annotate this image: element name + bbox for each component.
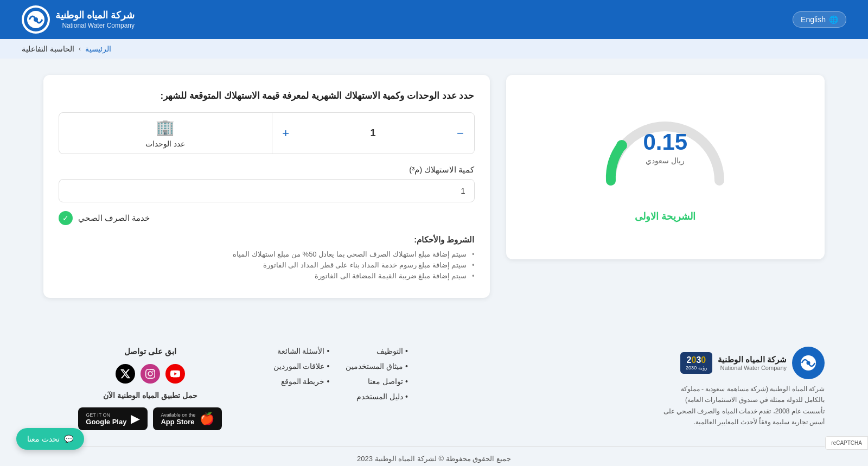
google-play-button[interactable]: ▶ GET IT ON Google Play xyxy=(78,407,148,430)
google-play-icon: ▶ xyxy=(131,412,140,426)
footer: شركة المياه الوطنية National Water Compa… xyxy=(0,325,868,466)
units-label: عدد الوحدات xyxy=(145,139,185,148)
footer-links-col1: التوظيف ميثاق المستخدمين تواصل معنا دليل… xyxy=(346,347,408,401)
building-icon: 🏢 xyxy=(156,118,175,136)
footer-company-name-ar: شركة المياه الوطنية xyxy=(718,355,787,365)
copyright-text: جميع الحقوق محفوظة © لشركة المياه الوطني… xyxy=(357,455,511,463)
units-stepper: − 1 + xyxy=(272,118,474,149)
footer-contact-title: ابق على تواصل xyxy=(124,347,176,356)
apple-icon: 🍎 xyxy=(200,412,214,426)
app-store-sub: Available on the xyxy=(161,412,195,418)
terms-item-1: سيتم إضافة مبلغ استهلاك الصرف الصحي بما … xyxy=(59,250,475,258)
main-content: 0.15 ريال سعودي الشريحة الاولى حدد عدد ا… xyxy=(0,59,868,314)
footer-link-suppliers[interactable]: علاقات الموردين xyxy=(273,362,330,371)
header: 🌐 English شركة المياه الوطنية National W… xyxy=(0,0,868,39)
twitter-button[interactable] xyxy=(116,364,135,384)
gauge-card: 0.15 ريال سعودي الشريحة الاولى xyxy=(506,75,825,259)
youtube-button[interactable] xyxy=(165,364,185,384)
sanitation-row: خدمة الصرف الصحي ✓ xyxy=(59,211,475,225)
company-name-english: National Water Company xyxy=(55,22,135,30)
google-play-sub: GET IT ON xyxy=(86,412,126,418)
breadcrumb-separator: › xyxy=(79,45,81,53)
company-logo: شركة المياه الوطنية National Water Compa… xyxy=(22,5,135,34)
terms-item-3: سيتم إضافة مبلغ ضريبة القيمة المضافة الى… xyxy=(59,272,475,280)
chat-button[interactable]: 💬 تحدث معنا xyxy=(16,428,84,450)
gauge-value: 0.15 ريال سعودي xyxy=(595,129,736,165)
units-label-block: 🏢 عدد الوحدات xyxy=(59,113,272,154)
app-store-label: App Store xyxy=(161,418,195,426)
footer-top: شركة المياه الوطنية National Water Compa… xyxy=(43,347,825,430)
terms-title: الشروط والأحكام: xyxy=(59,235,475,245)
breadcrumb-home[interactable]: الرئيسية xyxy=(85,44,111,53)
gauge-tier-label: الشريحة الاولى xyxy=(635,210,695,222)
gauge-container: 0.15 ريال سعودي xyxy=(595,97,736,194)
chat-label: تحدث معنا xyxy=(27,435,60,443)
google-play-label: Google Play xyxy=(86,418,126,426)
recaptcha-label: reCAPTCHA xyxy=(831,440,862,446)
consumption-label: كمية الاستهلاك (م³) xyxy=(59,165,475,175)
language-button[interactable]: 🌐 English xyxy=(793,11,846,28)
footer-link-faq[interactable]: الأسئلة الشائعة xyxy=(273,347,330,355)
footer-company-name-en: National Water Company xyxy=(718,365,787,371)
language-label: English xyxy=(801,15,826,24)
terms-list: سيتم إضافة مبلغ استهلاك الصرف الصحي بما … xyxy=(59,250,475,280)
logo-circle xyxy=(22,5,50,34)
footer-contact: ابق على تواصل حمل تطبيق المياه الوطنية ا… xyxy=(43,347,257,430)
footer-bottom: جميع الحقوق محفوظة © لشركة المياه الوطني… xyxy=(43,446,825,463)
minus-button[interactable]: − xyxy=(447,118,474,149)
units-value: 1 xyxy=(299,127,447,139)
plus-button[interactable]: + xyxy=(272,118,299,149)
company-name-arabic: شركة المياه الوطنية xyxy=(55,9,135,22)
breadcrumb: الرئيسية › الحاسبة التفاعلية xyxy=(0,39,868,59)
app-download-title: حمل تطبيق المياه الوطنية الآن xyxy=(103,391,197,400)
units-row: − 1 + 🏢 عدد الوحدات xyxy=(59,112,475,154)
gauge-number: 0.15 xyxy=(643,129,687,155)
calculator-panel: حدد عدد الوحدات وكمية الاستهلاك الشهرية … xyxy=(43,75,490,298)
globe-icon: 🌐 xyxy=(829,15,838,24)
footer-link-sitemap[interactable]: خريطة الموقع xyxy=(273,377,330,386)
footer-logo xyxy=(792,347,825,379)
footer-links-col2: الأسئلة الشائعة علاقات الموردين خريطة ال… xyxy=(273,347,330,386)
footer-description: شركة المياه الوطنية (شركة مساهمة سعودية … xyxy=(662,384,825,428)
sanitation-check-icon: ✓ xyxy=(59,211,73,225)
instagram-button[interactable] xyxy=(141,364,160,384)
breadcrumb-current: الحاسبة التفاعلية xyxy=(22,44,74,53)
consumption-input[interactable] xyxy=(59,179,475,202)
chat-icon: 💬 xyxy=(64,435,73,443)
vision-badge: 2030 رؤية 2030 xyxy=(680,352,712,374)
sanitation-label: خدمة الصرف الصحي xyxy=(78,213,150,223)
app-buttons: 🍎 Available on the App Store ▶ GET IT ON… xyxy=(78,407,222,430)
footer-link-charter[interactable]: ميثاق المستخدمين xyxy=(346,362,408,371)
svg-point-2 xyxy=(34,17,38,22)
footer-link-employment[interactable]: التوظيف xyxy=(346,347,408,355)
terms-item-2: سيتم إضافة مبلغ رسوم خدمة المداد بناء عل… xyxy=(59,261,475,269)
gauge-unit: ريال سعودي xyxy=(595,156,736,165)
recaptcha-badge: reCAPTCHA xyxy=(825,436,868,450)
panel-title: حدد عدد الوحدات وكمية الاستهلاك الشهرية … xyxy=(59,90,475,101)
svg-point-6 xyxy=(807,361,810,365)
footer-link-guide[interactable]: دليل المستخدم xyxy=(346,392,408,401)
footer-company: شركة المياه الوطنية National Water Compa… xyxy=(424,347,825,428)
app-store-button[interactable]: 🍎 Available on the App Store xyxy=(153,407,222,430)
footer-link-contact[interactable]: تواصل معنا xyxy=(346,377,408,386)
social-icons xyxy=(116,364,185,384)
